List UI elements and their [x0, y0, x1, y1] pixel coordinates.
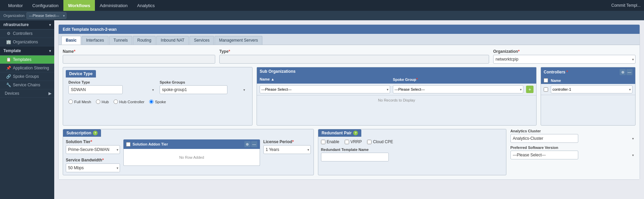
controllers-box: Controllers * ⊕ — Name [541, 67, 636, 126]
sidebar-item-templates[interactable]: 📋 Templates [0, 56, 54, 64]
name-label: Name* [63, 49, 215, 54]
redundant-vrrp-label[interactable]: VRRP [345, 139, 362, 144]
controller-1-select[interactable]: controller-1 [551, 85, 632, 93]
edit-panel-title: Edit Template branch-2-wan [63, 27, 117, 32]
redundant-cloud-cpe-checkbox[interactable] [367, 140, 371, 144]
sidebar: nfrastructure ▾ ⚙ Controllers 🏢 Organiza… [0, 20, 54, 199]
sidebar-infrastructure-header[interactable]: nfrastructure ▾ [0, 20, 54, 29]
analytics-cluster-group: Analytics Cluster Analytics-Cluster [510, 129, 636, 143]
type-label: Type* [219, 49, 489, 54]
top-navigation: Monitor Configuration Workflows Administ… [0, 0, 644, 11]
sidebar-item-service-chains-label: Service Chains [13, 83, 40, 87]
nav-workflows[interactable]: Workflows [63, 0, 95, 11]
sidebar-item-organizations-label: Organizations [13, 40, 38, 44]
tab-routing[interactable]: Routing [133, 36, 156, 45]
service-bandwidth-label: Service Bandwidth* [66, 158, 120, 162]
add-sub-org-button[interactable]: + [526, 86, 534, 93]
radio-hub[interactable]: Hub [96, 100, 109, 104]
template-chevron-icon: ▾ [49, 49, 51, 53]
redundant-template-name-group: Redundant Template Name [321, 148, 503, 161]
controllers-header: Controllers * ⊕ — [541, 67, 635, 77]
name-input[interactable]: branch-2-wan [63, 55, 215, 64]
controllers-select-all[interactable] [544, 78, 548, 83]
type-input: SDWAN Post Staging [219, 55, 489, 64]
type-group: Type* SDWAN Post Staging [219, 49, 489, 64]
redundant-pair-box: Redundant Pair ? Enable [318, 129, 506, 175]
sidebar-item-application-steering[interactable]: 📌 Application Steering [0, 64, 54, 72]
nav-configuration[interactable]: Configuration [27, 0, 63, 11]
analytics-cluster-select[interactable]: Analytics-Cluster [510, 134, 578, 143]
radio-spoke[interactable]: Spoke [149, 100, 166, 104]
software-version-group: Preferred Software Version ---Please Sel… [510, 146, 636, 159]
device-type-header-label: Device Type [69, 71, 93, 76]
redundant-cloud-cpe-label[interactable]: Cloud CPE [367, 139, 393, 144]
service-bandwidth-select[interactable]: 50 Mbps [66, 163, 120, 172]
radio-full-mesh[interactable]: Full Mesh [68, 100, 91, 104]
org-label: Organization [3, 14, 24, 18]
commit-template-button[interactable]: Commit Templ... [611, 3, 641, 8]
solution-tier-label: Solution Tier* [66, 139, 120, 144]
nav-analytics[interactable]: Analytics [133, 0, 160, 11]
sub-org-name-select[interactable]: ---Please Select--- [260, 85, 390, 93]
sidebar-item-spoke-groups[interactable]: 🔗 Spoke Groups [0, 72, 54, 81]
sidebar-template-header[interactable]: Template ▾ [0, 46, 54, 56]
redundant-template-name-input[interactable] [321, 153, 389, 161]
sub-org-spoke-select[interactable]: ---Please Select--- [393, 85, 523, 93]
addon-tier-checkbox[interactable] [126, 142, 130, 147]
addon-collapse-button[interactable]: — [251, 141, 257, 147]
software-version-select[interactable]: ---Please Select--- [510, 151, 578, 159]
controllers-buttons: ⊕ — [620, 69, 632, 75]
sidebar-devices-section[interactable]: Devices ▶ [0, 89, 54, 98]
name-type-org-row: Name* branch-2-wan Type* SDWAN Post Stag… [63, 49, 636, 64]
tab-inbound-nat[interactable]: Inbound NAT [156, 36, 189, 45]
software-version-label: Preferred Software Version [510, 146, 636, 150]
redundant-vrrp-checkbox[interactable] [345, 140, 349, 144]
nav-monitor[interactable]: Monitor [3, 0, 27, 11]
sidebar-item-organizations[interactable]: 🏢 Organizations [0, 38, 54, 46]
tab-basic[interactable]: Basic [61, 36, 81, 45]
nav-administration[interactable]: Administration [95, 0, 132, 11]
sub-org-name-select-wrap: ---Please Select--- [260, 85, 390, 93]
controllers-collapse-button[interactable]: — [626, 69, 632, 75]
tab-services[interactable]: Services [189, 36, 214, 45]
controller-1-checkbox[interactable] [544, 87, 548, 92]
device-type-select[interactable]: SDWAN [68, 85, 123, 94]
device-type-row: Device Type SDWAN Spoke Groups [68, 80, 247, 94]
org-bar: Organization ---Please Select--- [0, 11, 644, 20]
org-form-select[interactable]: networktcpip [493, 55, 636, 64]
radio-hub-controller[interactable]: Hub Controller [114, 100, 144, 104]
redundant-enable-checkbox[interactable] [321, 140, 325, 144]
sidebar-item-templates-label: Templates [13, 57, 32, 62]
content-area: Edit Template branch-2-wan Basic Interfa… [54, 20, 644, 199]
subscription-header: Subscription ? [63, 129, 101, 137]
device-type-select-wrap: SDWAN [68, 85, 156, 94]
org-select[interactable]: ---Please Select--- [26, 12, 66, 19]
solution-tier-select[interactable]: Prime-Secure-SDWAN [66, 145, 120, 154]
sidebar-item-controllers[interactable]: ⚙ Controllers [0, 29, 54, 38]
tab-interfaces[interactable]: Interfaces [82, 36, 108, 45]
tab-tunnels[interactable]: Tunnels [109, 36, 132, 45]
subscription-help-icon[interactable]: ? [93, 131, 98, 135]
spoke-groups-icon: 🔗 [6, 74, 11, 79]
license-period-select[interactable]: 1 Years [263, 145, 311, 154]
name-group: Name* branch-2-wan [63, 49, 215, 64]
redundant-help-icon[interactable]: ? [353, 131, 358, 135]
controllers-expand-button[interactable]: ⊕ [620, 69, 626, 75]
main-layout: nfrastructure ▾ ⚙ Controllers 🏢 Organiza… [0, 20, 644, 199]
license-period-label: License Period* [263, 139, 311, 144]
edit-panel: Edit Template branch-2-wan Basic Interfa… [58, 24, 640, 180]
tab-management-servers[interactable]: Management Servers [215, 36, 262, 45]
sub-org-columns: Name ▲ Spoke Group* [257, 75, 536, 84]
analytics-cluster-label: Analytics Cluster [510, 129, 636, 133]
redundant-enable-label[interactable]: Enable [321, 139, 339, 144]
spoke-groups-select[interactable]: spoke-group1 [160, 85, 227, 94]
sidebar-item-service-chains[interactable]: 🔧 Service Chains [0, 81, 54, 89]
org-group: Organization* networktcpip [493, 49, 636, 64]
sub-org-spoke-select-wrap: ---Please Select--- [393, 85, 523, 93]
addon-expand-button[interactable]: ⊕ [244, 141, 250, 147]
addon-no-row: No Row Added [123, 149, 260, 166]
sidebar-template-label: Template [3, 48, 21, 53]
sub-org-col-name: Name ▲ [260, 77, 390, 82]
solution-tier-select-wrap: Prime-Secure-SDWAN [66, 145, 120, 154]
tabs-bar: Basic Interfaces Tunnels Routing Inbound… [59, 34, 640, 45]
